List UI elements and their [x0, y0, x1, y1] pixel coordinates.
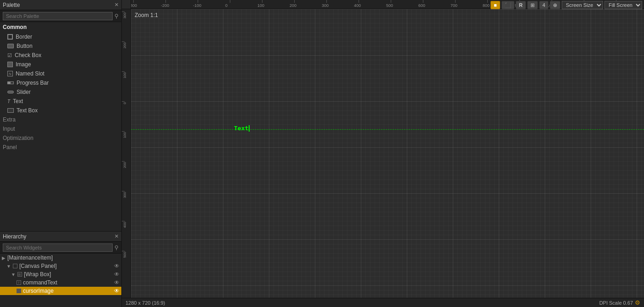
hierarchy-list: ▶ [MaintenanceItem] ▼ [Canvas Panel] 👁 ▼…	[0, 254, 121, 307]
checkbox-icon: ☑	[7, 52, 12, 58]
palette-item-button[interactable]: Button	[0, 41, 121, 51]
named-slot-icon: N	[7, 71, 13, 76]
progress-bar-icon	[7, 81, 14, 84]
palette-item-image[interactable]: Image	[0, 60, 121, 69]
palette-item-text[interactable]: T Text	[0, 97, 121, 106]
hierarchy-search-icon[interactable]: ⚲	[114, 244, 119, 251]
settings-icon[interactable]: ⚙	[635, 299, 640, 306]
button-icon	[7, 44, 14, 48]
canvas-panel-visibility-icon[interactable]: 👁	[114, 263, 120, 269]
border-icon	[7, 34, 13, 40]
canvas-horizontal-line	[131, 129, 644, 130]
dpi-label: DPI Scale 0.67	[599, 300, 633, 306]
palette-item-text-label: Text	[13, 98, 23, 104]
screen-size-select[interactable]: Screen Size	[562, 1, 603, 9]
toolbar-move-button[interactable]: ■	[490, 1, 500, 9]
palette-close-button[interactable]: ✕	[114, 2, 119, 8]
palette-item-progress-bar-label: Progress Bar	[17, 80, 49, 86]
hierarchy-search-bar: ⚲	[0, 242, 121, 254]
section-optimization[interactable]: Optimization	[0, 133, 121, 143]
hierarchy-item-maintenance-item[interactable]: ▶ [MaintenanceItem]	[0, 254, 121, 262]
command-text-visibility-icon[interactable]: 👁	[114, 279, 120, 286]
canvas-viewport[interactable]: Zoom 1:1 Text	[131, 9, 644, 298]
hierarchy-item-canvas-panel[interactable]: ▼ [Canvas Panel] 👁	[0, 262, 121, 270]
canvas-grid: Text	[131, 9, 644, 298]
toolbar-r-button[interactable]: R	[516, 1, 526, 9]
ruler-vertical: 3002001000100200300400500	[122, 9, 131, 298]
palette-item-named-slot-label: Named Slot	[16, 70, 45, 77]
toolbar-4-button[interactable]: 4	[539, 1, 548, 9]
palette-item-border-label: Border	[16, 34, 32, 40]
resolution-label: 1280 x 720 (16:9)	[125, 300, 165, 306]
wrap-box-visibility-icon[interactable]: 👁	[114, 271, 120, 278]
palette-item-slider-label: Slider	[17, 89, 31, 95]
section-common-label: Common	[3, 24, 27, 30]
hierarchy-panel: Hierarchy ✕ ⚲ ▶ [MaintenanceItem] ▼	[0, 231, 121, 307]
hierarchy-item-command-text[interactable]: T commandText 👁	[0, 278, 121, 287]
canvas-main-row: 3002001000100200300400500 Zoom 1:1 Text	[122, 9, 644, 298]
section-optimization-label: Optimization	[3, 135, 34, 141]
search-icon[interactable]: ⚲	[114, 13, 119, 19]
palette-item-progress-bar[interactable]: Progress Bar	[0, 78, 121, 87]
text-cursor	[249, 125, 250, 132]
palette-content: Common Border Button ☑ Check Box Image	[0, 22, 121, 231]
image-icon	[7, 62, 13, 67]
canvas-toolbar: ■ ⬛ R ⊞ 4 ⊕ Screen Size Fill Screen	[490, 1, 642, 9]
ruler-corner	[122, 0, 131, 9]
palette-item-button-label: Button	[17, 43, 33, 49]
section-input-label: Input	[3, 126, 15, 132]
hierarchy-title: Hierarchy	[3, 233, 26, 240]
palette-item-image-label: Image	[16, 61, 31, 68]
cursor-image-visibility-icon[interactable]: 👁	[114, 288, 120, 294]
canvas-top-row: -300-200-1000100200300400500600700800900…	[122, 0, 644, 9]
palette-item-checkbox[interactable]: ☑ Check Box	[0, 51, 121, 60]
section-extra-label: Extra	[3, 116, 16, 123]
palette-header: Palette ✕	[0, 0, 121, 10]
canvas-text-widget[interactable]: Text	[234, 125, 250, 132]
hierarchy-item-cursor-image[interactable]: cursorImage 👁	[0, 287, 121, 295]
hierarchy-header: Hierarchy ✕	[0, 232, 121, 242]
section-common[interactable]: Common	[0, 22, 121, 32]
palette-item-named-slot[interactable]: N Named Slot	[0, 69, 121, 78]
palette-item-text-box[interactable]: Text Box	[0, 106, 121, 115]
text-box-icon	[7, 108, 14, 113]
hierarchy-close-button[interactable]: ✕	[114, 233, 119, 239]
wrap-box-expand-icon: ▼	[11, 272, 16, 277]
palette-item-border[interactable]: Border	[0, 32, 121, 41]
palette-item-slider[interactable]: Slider	[0, 87, 121, 97]
section-panel[interactable]: Panel	[0, 143, 121, 152]
palette-search-input[interactable]	[3, 12, 113, 20]
expand-icon: ▶	[2, 255, 6, 261]
hierarchy-canvas-panel-label: [Canvas Panel]	[19, 263, 113, 269]
hierarchy-command-text-label: commandText	[23, 279, 113, 286]
fill-screen-select[interactable]: Fill Screen	[604, 1, 642, 9]
section-panel-label: Panel	[3, 144, 17, 151]
palette-title: Palette	[3, 2, 20, 8]
hierarchy-cursor-image-label: cursorImage	[23, 288, 113, 294]
hierarchy-item-wrap-box[interactable]: ▼ ⊞ [Wrap Box] 👁	[0, 270, 121, 278]
palette-search-bar: ⚲	[0, 10, 121, 22]
canvas-panel-expand-icon: ▼	[6, 264, 11, 269]
palette-item-text-box-label: Text Box	[17, 107, 38, 114]
section-extra[interactable]: Extra	[0, 115, 121, 124]
left-panel: Palette ✕ ⚲ Common Border Button	[0, 0, 122, 307]
toolbar-grid-button[interactable]: ⊞	[527, 1, 538, 9]
dpi-section: DPI Scale 0.67 ⚙	[599, 299, 640, 306]
status-bar: 1280 x 720 (16:9) DPI Scale 0.67 ⚙	[122, 298, 644, 307]
hierarchy-wrap-box-label: [Wrap Box]	[24, 271, 113, 278]
toolbar-crosshair-button[interactable]: ⊕	[550, 1, 560, 9]
canvas-text-content: Text	[234, 125, 248, 132]
slider-icon	[7, 91, 14, 93]
canvas-area: -300-200-1000100200300400500600700800900…	[122, 0, 644, 307]
hierarchy-item-label: [MaintenanceItem]	[7, 255, 53, 261]
section-input[interactable]: Input	[0, 124, 121, 133]
toolbar-select-button[interactable]: ⬛	[502, 1, 514, 9]
hierarchy-search-input[interactable]	[3, 243, 113, 252]
palette-item-checkbox-label: Check Box	[15, 52, 41, 58]
text-icon: T	[7, 99, 10, 104]
